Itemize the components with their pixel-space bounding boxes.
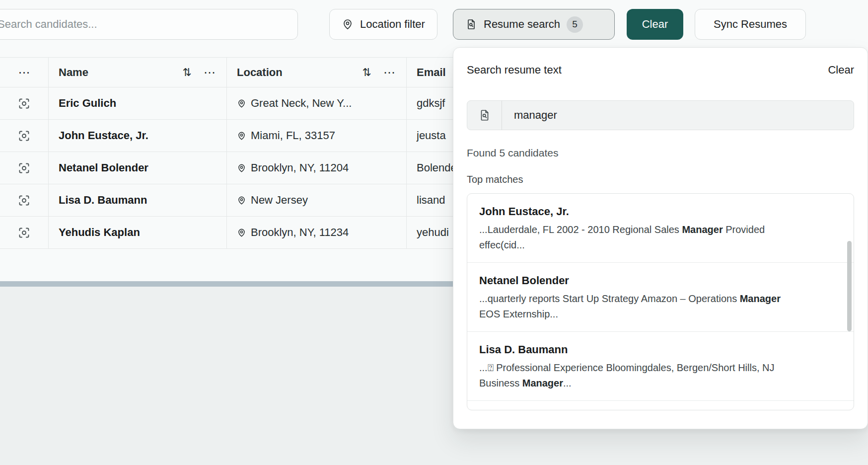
column-menu-icon-location[interactable]: ⋯ [383, 67, 395, 78]
resume-search-popover: Search resume text Clear Found 5 candida… [453, 47, 868, 429]
location-pin-icon [342, 18, 354, 30]
file-search-icon [467, 101, 502, 130]
popover-title: Search resume text [467, 64, 562, 77]
popover-clear-link[interactable]: Clear [828, 64, 854, 77]
result-snippet: ...⍰ Professional Experience Bloomingdal… [479, 360, 783, 391]
candidate-location: Great Neck, New Y... [227, 87, 407, 119]
location-pin-icon [237, 131, 246, 141]
scan-resume-icon[interactable] [17, 129, 31, 143]
column-header-location: Location [237, 66, 283, 79]
column-header-name: Name [59, 66, 88, 79]
resume-search-button[interactable]: Resume search 5 [453, 9, 615, 40]
candidate-location: Brooklyn, NY, 11234 [227, 217, 407, 248]
location-filter-button[interactable]: Location filter [329, 9, 437, 40]
candidate-location: Miami, FL, 33157 [227, 120, 407, 152]
candidate-location: Brooklyn, NY, 11204 [227, 152, 407, 184]
sort-icon-location[interactable]: ⇅ [362, 66, 371, 78]
candidate-location: New Jersey [227, 184, 407, 216]
column-menu-icon-name[interactable]: ⋯ [204, 67, 216, 78]
location-filter-label: Location filter [360, 18, 425, 31]
highlight-term: Manager [740, 293, 781, 304]
results-list: John Eustace, Jr. ...Lauderdale, FL 2002… [467, 193, 854, 410]
top-matches-label: Top matches [467, 174, 854, 185]
result-item[interactable]: Lisa D. Baumann ...⍰ Professional Experi… [467, 332, 854, 401]
row-menu-icon[interactable]: ⋯ [18, 67, 30, 78]
horizontal-scrollbar[interactable] [0, 281, 453, 287]
candidates-page: Location filter Resume search 5 Clear Sy… [0, 0, 868, 465]
sort-icon-name[interactable]: ⇅ [183, 66, 192, 78]
result-candidate-name: Lisa D. Baumann [479, 343, 834, 356]
found-count-text: Found 5 candidates [467, 147, 854, 159]
sync-resumes-button[interactable]: Sync Resumes [695, 9, 806, 40]
candidate-name: Netanel Bolender [49, 152, 227, 184]
file-search-icon [465, 18, 477, 30]
result-candidate-name: John Eustace, Jr. [479, 205, 834, 218]
result-snippet: ...quarterly reports Start Up Strategy A… [479, 291, 783, 322]
result-snippet: ...Lauderdale, FL 2002 - 2010 Regional S… [479, 222, 783, 253]
scan-resume-icon[interactable] [17, 226, 31, 239]
candidate-name: Yehudis Kaplan [49, 217, 227, 248]
results-scrollbar[interactable] [847, 241, 852, 331]
scan-resume-icon[interactable] [17, 161, 31, 175]
result-item[interactable]: John Eustace, Jr. ...Lauderdale, FL 2002… [467, 194, 854, 263]
location-pin-icon [237, 163, 246, 173]
location-pin-icon [237, 196, 246, 205]
location-pin-icon [237, 99, 246, 108]
result-item[interactable]: Netanel Bolender ...quarterly reports St… [467, 263, 854, 332]
candidate-name: Lisa D. Baumann [49, 184, 227, 216]
scan-resume-icon[interactable] [17, 194, 31, 207]
resume-query-input[interactable] [502, 109, 854, 122]
highlight-term: Manager [682, 224, 723, 235]
clear-button-label: Clear [642, 18, 668, 31]
candidate-name: John Eustace, Jr. [49, 120, 227, 152]
column-header-email: Email [417, 66, 446, 79]
location-pin-icon [237, 228, 246, 237]
candidate-name: Eric Gulich [49, 87, 227, 119]
resume-search-label: Resume search [484, 18, 560, 31]
resume-query-field [467, 100, 854, 130]
search-input[interactable] [0, 9, 298, 40]
clear-button[interactable]: Clear [627, 9, 683, 40]
resume-search-count-badge: 5 [567, 16, 583, 33]
toolbar: Location filter Resume search 5 Clear Sy… [0, 0, 868, 49]
scan-resume-icon[interactable] [17, 97, 31, 110]
sync-resumes-label: Sync Resumes [714, 18, 787, 31]
result-candidate-name: Netanel Bolender [479, 274, 834, 287]
highlight-term: Manager [522, 378, 563, 388]
